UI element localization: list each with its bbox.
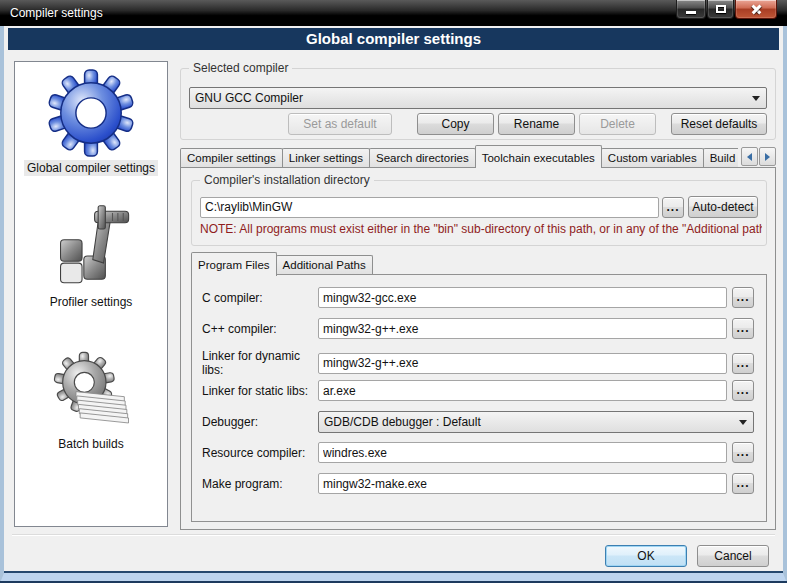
- group-caption: Compiler's installation directory: [200, 173, 374, 187]
- browse-static-linker-button[interactable]: ...: [732, 380, 754, 401]
- window-title: Compiler settings: [0, 6, 103, 20]
- tab-program-files[interactable]: Program Files: [191, 252, 277, 276]
- delete-button[interactable]: Delete: [579, 113, 656, 135]
- installation-directory-group: Compiler's installation directory ... Au…: [191, 180, 767, 246]
- tab-scroll-buttons: [740, 147, 776, 166]
- set-as-default-button[interactable]: Set as default: [288, 113, 392, 135]
- field-row-dynamic-linker: Linker for dynamic libs: ...: [202, 349, 754, 377]
- chevron-down-icon: [739, 420, 747, 425]
- browse-make-program-button[interactable]: ...: [732, 473, 754, 494]
- field-label: C compiler:: [202, 291, 318, 305]
- close-icon: [750, 4, 762, 14]
- toolchain-executables-panel: Compiler's installation directory ... Au…: [180, 167, 776, 530]
- tabs-scroll-area: Compiler settings Linker settings Search…: [180, 145, 738, 168]
- field-row-cpp-compiler: C++ compiler: ...: [202, 318, 754, 339]
- minimize-button[interactable]: [676, 0, 706, 19]
- tab-build-options[interactable]: Build options: [703, 148, 738, 168]
- sidebar: Global compiler settings: [14, 61, 168, 527]
- auto-detect-button[interactable]: Auto-detect: [688, 196, 758, 218]
- tab-additional-paths[interactable]: Additional Paths: [276, 255, 373, 275]
- main-tabstrip: Compiler settings Linker settings Search…: [180, 144, 776, 168]
- profiler-caliper-icon: [41, 202, 141, 292]
- titlebar[interactable]: Compiler settings: [0, 0, 787, 26]
- tab-custom-variables[interactable]: Custom variables: [601, 148, 704, 168]
- sidebar-item-label: Global compiler settings: [24, 160, 158, 176]
- ok-button[interactable]: OK: [605, 545, 687, 567]
- field-row-resource-compiler: Resource compiler: ...: [202, 442, 754, 463]
- browse-dynamic-linker-button[interactable]: ...: [732, 353, 754, 374]
- selected-compiler-dropdown[interactable]: GNU GCC Compiler: [189, 87, 767, 109]
- cpp-compiler-input[interactable]: [318, 318, 727, 339]
- field-label: Debugger:: [202, 415, 318, 429]
- field-row-static-linker: Linker for static libs: ...: [202, 380, 754, 401]
- batch-builds-icon: [41, 344, 141, 434]
- group-caption: Selected compiler: [189, 61, 292, 75]
- tab-scroll-left-button[interactable]: [741, 147, 758, 166]
- sidebar-item-global-compiler-settings[interactable]: Global compiler settings: [24, 68, 158, 176]
- page-title: Global compiler settings: [8, 28, 779, 50]
- cancel-button[interactable]: Cancel: [697, 545, 769, 567]
- debugger-dropdown[interactable]: GDB/CDB debugger : Default: [318, 411, 754, 433]
- maximize-button[interactable]: [707, 0, 734, 19]
- field-row-make-program: Make program: ...: [202, 473, 754, 494]
- make-program-input[interactable]: [318, 473, 727, 494]
- arrow-left-icon: [747, 153, 752, 161]
- compiler-settings-dialog: Compiler settings Global compiler settin…: [0, 0, 787, 583]
- tab-toolchain-executables[interactable]: Toolchain executables: [475, 145, 602, 168]
- sidebar-item-label: Batch builds: [55, 436, 126, 452]
- browse-cpp-compiler-button[interactable]: ...: [732, 318, 754, 339]
- program-files-panel: C compiler: ... C++ compiler: ... Linker…: [191, 274, 767, 522]
- rename-button[interactable]: Rename: [498, 113, 575, 135]
- installation-directory-input[interactable]: [200, 197, 659, 218]
- tab-compiler-settings[interactable]: Compiler settings: [180, 148, 283, 168]
- sidebar-item-profiler-settings[interactable]: Profiler settings: [41, 202, 141, 310]
- selected-compiler-group: Selected compiler GNU GCC Compiler Set a…: [180, 68, 776, 140]
- selected-compiler-value: GNU GCC Compiler: [195, 91, 303, 105]
- footer-buttons: OK Cancel: [605, 545, 769, 567]
- browse-c-compiler-button[interactable]: ...: [732, 287, 754, 308]
- maximize-icon: [716, 5, 726, 13]
- field-label: Linker for dynamic libs:: [202, 349, 318, 377]
- minimize-icon: [686, 11, 696, 14]
- field-label: Resource compiler:: [202, 446, 318, 460]
- footer-separator: [12, 534, 775, 536]
- tab-search-directories[interactable]: Search directories: [369, 148, 476, 168]
- program-files-tabstrip: Program Files Additional Paths: [191, 252, 372, 275]
- field-label: C++ compiler:: [202, 322, 318, 336]
- close-button[interactable]: [735, 0, 777, 19]
- browse-directory-button[interactable]: ...: [662, 197, 684, 218]
- debugger-value: GDB/CDB debugger : Default: [324, 415, 481, 429]
- copy-button[interactable]: Copy: [417, 113, 494, 135]
- c-compiler-input[interactable]: [318, 287, 727, 308]
- field-label: Make program:: [202, 477, 318, 491]
- resource-compiler-input[interactable]: [318, 442, 727, 463]
- tab-linker-settings[interactable]: Linker settings: [282, 148, 370, 168]
- field-label: Linker for static libs:: [202, 384, 318, 398]
- browse-resource-compiler-button[interactable]: ...: [732, 442, 754, 463]
- static-linker-input[interactable]: [318, 380, 727, 401]
- sidebar-item-batch-builds[interactable]: Batch builds: [41, 344, 141, 452]
- reset-defaults-button[interactable]: Reset defaults: [671, 113, 767, 135]
- install-note-text: NOTE: All programs must exist either in …: [200, 222, 762, 236]
- blue-gear-icon: [41, 68, 141, 158]
- chevron-down-icon: [752, 96, 760, 101]
- dynamic-linker-input[interactable]: [318, 353, 727, 374]
- window-controls: [675, 0, 777, 19]
- tab-scroll-right-button[interactable]: [759, 147, 776, 166]
- sidebar-item-label: Profiler settings: [47, 294, 136, 310]
- field-row-c-compiler: C compiler: ...: [202, 287, 754, 308]
- field-row-debugger: Debugger: GDB/CDB debugger : Default: [202, 411, 754, 433]
- arrow-right-icon: [765, 153, 770, 161]
